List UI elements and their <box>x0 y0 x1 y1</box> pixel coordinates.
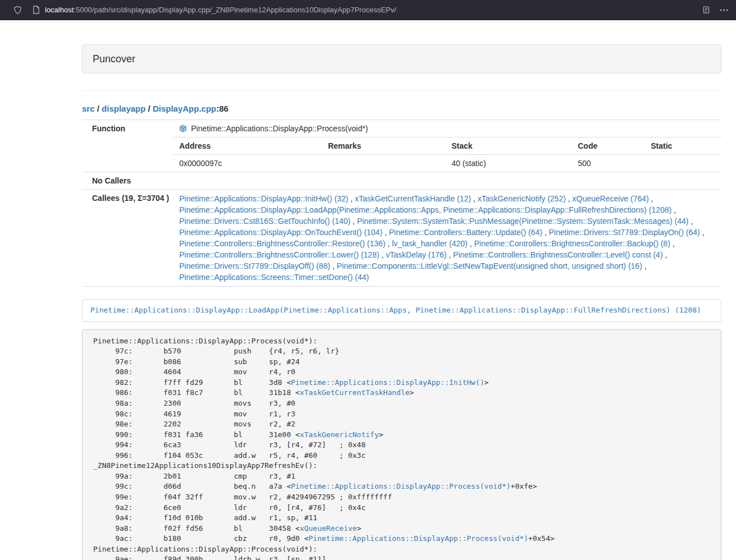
callee-link[interactable]: vTaskDelay (176) <box>386 250 446 259</box>
function-label: Function <box>82 120 173 172</box>
callee-link[interactable]: Pinetime::Applications::DisplayApp::Init… <box>179 194 348 203</box>
function-table: Function Pinetime::Applications::Display… <box>82 120 721 287</box>
callee-link[interactable]: Pinetime::Applications::Screens::Timer::… <box>179 273 369 282</box>
function-name: Pinetime::Applications::DisplayApp::Proc… <box>191 123 368 134</box>
callee-link[interactable]: Pinetime::Drivers::St7789::DisplayOn() (… <box>549 228 700 237</box>
callee-link[interactable]: Pinetime::Controllers::BrightnessControl… <box>474 239 670 248</box>
no-callers-row: No Callers <box>82 172 721 190</box>
callee-link[interactable]: Pinetime::Components::LittleVgl::SetNewT… <box>337 261 642 270</box>
tracking-protection-shield-icon[interactable] <box>13 6 22 15</box>
remarks-cell <box>322 155 446 172</box>
callee-link[interactable]: Pinetime::Controllers::BrightnessControl… <box>179 239 385 248</box>
column-header-code: Code <box>572 137 645 155</box>
breadcrumb-line-number: :86 <box>216 104 228 113</box>
main-content: Puncover src / displayapp / DisplayApp.c… <box>82 44 721 560</box>
code-symbol-link[interactable]: xQueueReceive <box>300 524 357 533</box>
breadcrumb-link-displayapp[interactable]: displayapp <box>102 104 145 113</box>
callee-link[interactable]: xTaskGenericNotify (252) <box>478 194 566 203</box>
selected-symbol-link[interactable]: Pinetime::Applications::DisplayApp::Load… <box>90 306 701 314</box>
callee-link[interactable]: Pinetime::Drivers::St7789::DisplayOff() … <box>179 261 330 270</box>
app-title-panel: Puncover <box>82 44 721 74</box>
code-symbol-link[interactable]: Pinetime::Applications::DisplayApp::Init… <box>291 378 484 387</box>
divider <box>82 90 721 91</box>
code-symbol-link[interactable]: Pinetime::Applications::DisplayApp::Proc… <box>309 534 528 543</box>
code-symbol-link[interactable]: xTaskGetCurrentTaskHandle <box>300 388 410 397</box>
code-symbol-link[interactable]: xTaskGenericNotify <box>300 430 379 439</box>
breadcrumb-separator: / <box>97 104 99 113</box>
page-title: Puncover <box>83 45 721 73</box>
static-cell <box>645 155 721 172</box>
page-actions-icon[interactable] <box>720 9 728 11</box>
reader-mode-icon[interactable] <box>702 6 710 14</box>
function-icon <box>179 125 187 132</box>
callee-link[interactable]: Pinetime::Controllers::Battery::Update()… <box>389 228 542 237</box>
callee-link[interactable]: Pinetime::Controllers::BrightnessControl… <box>453 250 662 259</box>
column-header-stack: Stack <box>446 137 572 155</box>
callee-link[interactable]: xQueueReceive (764) <box>573 194 649 203</box>
function-details-header-row: Address Remarks Stack Code Static <box>173 137 721 155</box>
callee-link[interactable]: Pinetime::Applications::DisplayApp::Load… <box>179 205 671 214</box>
browser-chrome: localhost:5000/path/src/displayapp/Displ… <box>0 0 736 20</box>
column-header-static: Static <box>645 137 721 155</box>
callee-link[interactable]: lv_task_handler (420) <box>392 239 468 248</box>
stack-cell: 40 (static) <box>446 155 572 172</box>
url-host: localhost <box>45 6 74 14</box>
callees-list: Pinetime::Applications::DisplayApp::Init… <box>173 190 721 287</box>
code-cell: 500 <box>572 155 645 172</box>
breadcrumb-link-file[interactable]: DisplayApp.cpp <box>153 104 216 113</box>
function-row: Function Pinetime::Applications::Display… <box>82 120 721 172</box>
callee-link[interactable]: Pinetime::Applications::DisplayApp::OnTo… <box>179 228 382 237</box>
no-callers-label: No Callers <box>82 172 173 190</box>
callee-link[interactable]: Pinetime::Drivers::Cst816S::GetTouchInfo… <box>179 217 350 226</box>
function-details-row: 0x0000097c 40 (static) 500 <box>173 155 721 172</box>
callees-row: Callees (19, Σ=3704 ) Pinetime::Applicat… <box>82 190 721 287</box>
callee-link[interactable]: Pinetime::System::SystemTask::PushMessag… <box>357 217 689 226</box>
selected-symbol-panel: Pinetime::Applications::DisplayApp::Load… <box>82 299 721 322</box>
callee-link[interactable]: Pinetime::Controllers::BrightnessControl… <box>179 250 379 259</box>
disassembly-code: Pinetime::Applications::DisplayApp::Proc… <box>82 329 721 560</box>
page-info-icon[interactable] <box>33 6 40 14</box>
breadcrumb: src / displayapp / DisplayApp.cpp:86 <box>82 103 721 114</box>
breadcrumb-link-src[interactable]: src <box>82 104 95 113</box>
callee-link[interactable]: xTaskGetCurrentTaskHandle (12) <box>355 194 471 203</box>
url-input[interactable]: localhost:5000/path/src/displayapp/Displ… <box>45 6 697 14</box>
address-cell: 0x0000097c <box>173 155 322 172</box>
code-symbol-link[interactable]: Pinetime::Applications::DisplayApp::Proc… <box>291 482 510 490</box>
column-header-remarks: Remarks <box>322 137 446 155</box>
function-details-table: Address Remarks Stack Code Static 0x0000… <box>173 137 721 172</box>
url-path: :5000/path/src/displayapp/DisplayApp.cpp… <box>74 6 396 14</box>
function-name-row: Pinetime::Applications::DisplayApp::Proc… <box>173 120 721 137</box>
callees-label: Callees (19, Σ=3704 ) <box>82 190 173 287</box>
breadcrumb-separator: / <box>148 104 150 113</box>
column-header-address: Address <box>173 137 322 155</box>
